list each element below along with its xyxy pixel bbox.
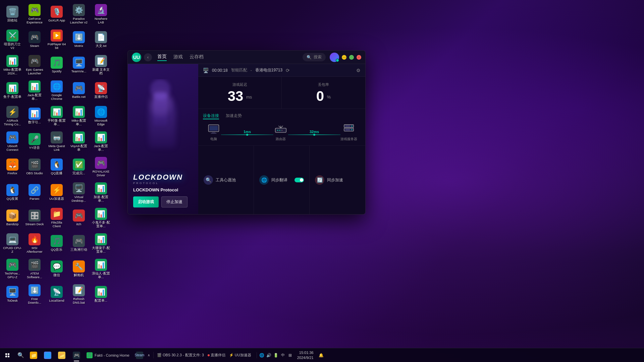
taskbar-file-explorer[interactable]: 📁 [27, 349, 40, 362]
launch-game-button[interactable]: 启动游戏 [133, 196, 159, 207]
desktop-icon-yuzi[interactable]: 📊 鱼子-配置单 [2, 78, 23, 103]
refreshdns-icon: 📝 [73, 284, 85, 296]
desktop-icon-jiasu[interactable]: 📊 加速-配置单... [91, 180, 111, 204]
desktop-icon-jack2[interactable]: 📊 Jack-配置单... [91, 129, 111, 154]
desktop-icon-filezilla[interactable]: 📁 FileZilla Client [46, 206, 67, 230]
taskbar-search-button[interactable]: 🔍 [15, 348, 27, 362]
expand-tray-icon[interactable]: ∧ [148, 353, 150, 357]
desktop-icon-paradox[interactable]: ⚙️ Paradox Launcher v2 [68, 2, 89, 26]
desktop-icon-xinjian[interactable]: 📝 新建 文本文档 [91, 53, 111, 77]
refresh-icon[interactable]: ⟳ [286, 68, 290, 73]
desktop-icon-qqmusic[interactable]: 🎵 QQ音乐 [46, 231, 67, 255]
battery-icon[interactable]: 🔋 [273, 352, 279, 358]
desktop-icon-obs[interactable]: 🎬 OBS Studio [24, 155, 45, 179]
desktop-icon-peizhdan3[interactable]: 📊 配置单... [91, 282, 111, 306]
desktop-icon-techpow[interactable]: 🎮 TechPow... GPU-Z [2, 257, 23, 281]
obs-tray[interactable]: 🎬 OBS 30.2.3 - 配置文件: 3 [156, 352, 205, 358]
desktop-icon-cpuid[interactable]: 💻 CPUID CPU-Z [2, 231, 23, 255]
network-icon[interactable]: 🌐 [259, 352, 265, 358]
tool-sync[interactable]: 🔄 同步加速 [310, 146, 365, 214]
desktop-icon-uujiasu[interactable]: ⚡ UU加速器 [46, 180, 67, 204]
desktop-icon-firefox[interactable]: 🦊 Firefox [2, 155, 23, 179]
desktop-icon-royalaxe[interactable]: 🎮 ROYALAXE Driver [91, 155, 111, 179]
uu-tray[interactable]: ⚡ UU加速器 [228, 352, 253, 358]
uu-search[interactable]: 🔍 搜索 [303, 53, 326, 61]
desktop-icon-virtual[interactable]: 🖥️ Virtual Desktop... [68, 180, 89, 204]
desktop-icon-metaquest[interactable]: 🥽 Meta Quest Link [46, 129, 67, 154]
desktop-icon-wechat[interactable]: 💬 微信 [46, 257, 67, 281]
desktop-icon-refreshdns[interactable]: 📝 Refresh DNS.bat [68, 282, 89, 306]
stop-acceleration-button[interactable]: 停止加速 [161, 196, 187, 207]
desktop-icon-wancheng[interactable]: ✅ 完成贝... [68, 155, 89, 179]
taskbar-steam-badge[interactable]: Steam [133, 349, 146, 362]
desktop-icon-jiepao[interactable]: 🔧 解炮机 [68, 257, 89, 281]
tab-games[interactable]: 游戏 [173, 54, 183, 61]
desktop-icon-hushiwei[interactable]: 📊 乎时微-配置单... [46, 104, 67, 128]
live-tray[interactable]: 直播伴侣 [206, 352, 227, 358]
desktop-icon-zhibo[interactable]: 📡 直播伴侣 [91, 78, 111, 103]
window-minimize-button[interactable]: — [342, 55, 346, 60]
desktop-icon-nvidia[interactable]: 🎮 GeForce Experience [24, 2, 45, 26]
desktop-icon-steam[interactable]: 🎮 Steam [24, 27, 45, 52]
desktop-icon-ubisoft[interactable]: 🎮 Ubisoft Connect [2, 129, 23, 154]
desktop-icon-streamdeck[interactable]: 🎛️ Stream Deck [24, 206, 45, 230]
desktop-icon-jack[interactable]: 📊 Jack-配置单... [24, 78, 45, 103]
desktop-icon-txt[interactable]: 📄 大文.txt [91, 27, 111, 52]
window-maximize-button[interactable]: □ [349, 55, 354, 60]
window-close-button[interactable]: × [357, 55, 361, 60]
desktop-icon-sanjiao[interactable]: 🎮 三角洲行动 [68, 231, 89, 255]
desktop-icon-itch[interactable]: 🎮 itch [68, 206, 89, 230]
qqmusic-icon: 🎵 [51, 235, 63, 247]
desktop-icon-qqmicro[interactable]: 🐧 QQ直播 [46, 155, 67, 179]
devices-tab-speed[interactable]: 加速走势 [226, 113, 242, 119]
desktop-icon-freedown[interactable]: ⬇️ Free Downlo... [24, 282, 45, 306]
desktop-icon-yyyuyin[interactable]: 🎤 YY语音 [24, 129, 45, 154]
layout-icon[interactable]: ⊞ [287, 352, 293, 358]
desktop-icon-motrix[interactable]: ⬇️ Motrix [68, 27, 89, 52]
desktop-icon-todesk[interactable]: 🖥️ ToDesk [2, 282, 23, 306]
desktop-icon-parsec[interactable]: 🔗 Parsec [24, 180, 45, 204]
desktop-icon-nowhere[interactable]: 🔬 Nowhere LAB [91, 2, 111, 26]
desktop-icon-voyail[interactable]: 📊 VoyAIl-配置单 [68, 129, 89, 154]
desktop-icon-langxian[interactable]: 📊 浪仙人-配置单... [91, 257, 111, 281]
desktop-icon-atem[interactable]: 🎬 ATEM Software... [24, 257, 45, 281]
desktop-icon-recycle[interactable]: 🗑️ 回收站 [2, 2, 23, 26]
taskbar-steam-running[interactable]: 🎮 [70, 349, 83, 362]
desktop-icon-localsend[interactable]: 📡 LocalSend [46, 282, 67, 306]
desktop-icon-bandzip[interactable]: 📦 Bandizip [2, 206, 23, 230]
desktop-icon-goxlr[interactable]: 🎙️ GoXLR App [46, 2, 67, 26]
keyboard-icon[interactable]: 中 [280, 352, 286, 358]
desktop-icon-dasharon[interactable]: 📊 大珊珑子-配置单... [91, 231, 111, 255]
desktop-icon-mswjin[interactable]: 📊 Miko-配置单... [68, 104, 89, 128]
tool-toolkit[interactable]: 🔍 工具心愿池 [198, 146, 254, 214]
desktop-icon-daoren[interactable]: ⚔️ 喧嚣的刀士V2 [2, 27, 23, 52]
desktop-icon-msedge[interactable]: 🌐 Microsoft Edge [91, 104, 111, 128]
desktop-icon-fazhan[interactable]: 🐧 QQ发展 [2, 180, 23, 204]
settings-icon[interactable]: ⚙ [356, 68, 361, 73]
tool-translate[interactable]: 🌐 同步翻译 [254, 146, 310, 214]
desktop-icon-msiburner[interactable]: 🔥 MSI Afterburner [24, 231, 45, 255]
devices-tab-connection[interactable]: 设备连接 [203, 113, 219, 119]
desktop-icon-chrome[interactable]: 🌐 Google Chrome [46, 78, 67, 103]
desktop-icon-miko[interactable]: 📊 Miko-配置单2024... [2, 53, 23, 77]
nav-back-button[interactable]: ‹ [144, 53, 152, 61]
taskbar-clock[interactable]: 15:01:36 2024/9/21 [297, 350, 316, 360]
start-button[interactable] [0, 348, 15, 362]
user-avatar[interactable] [330, 53, 339, 62]
taskbar-folder[interactable]: 📂 [55, 349, 68, 362]
volume-icon[interactable]: 🔊 [266, 352, 272, 358]
desktop-icon-teamviewer[interactable]: 🖥️ TeamVie... [68, 53, 89, 77]
desktop-icon-potplayer[interactable]: ▶️ PotPlayer 64 bit [46, 27, 67, 52]
desktop-icon-battlenet[interactable]: 🎮 Battle.net [68, 78, 89, 103]
desktop-icon-shuziyin[interactable]: 📊 数字引... [24, 104, 45, 128]
desktop-icon-asrock[interactable]: ⚡ ASRock Timing Co... [2, 104, 23, 128]
desktop-icon-spotify[interactable]: 🎵 Spotify [46, 53, 67, 77]
desktop-icon-epic[interactable]: 🎮 Epic Games Launcher [24, 53, 45, 77]
translate-toggle[interactable] [294, 178, 304, 182]
taskbar-music-app[interactable]: 🎵 Fakti - Coming Home [84, 349, 132, 361]
desktop-icon-xiaogui[interactable]: 📊 小鬼不多-配置单... [91, 206, 111, 230]
tab-cloud[interactable]: 云存档 [190, 54, 204, 61]
tab-home[interactable]: 首页 [157, 54, 167, 61]
notification-center-icon[interactable]: 🔔 [318, 352, 324, 358]
taskbar-chrome[interactable]: 🌐 [41, 349, 54, 362]
